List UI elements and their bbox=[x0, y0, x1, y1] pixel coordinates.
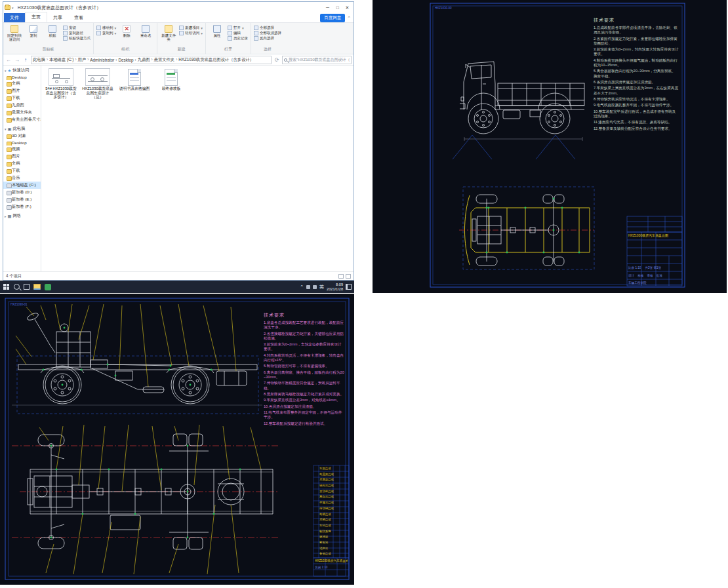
delete-button[interactable]: ✕ 删除 bbox=[118, 24, 135, 37]
cut-icon bbox=[63, 26, 68, 30]
open-button[interactable]: 打开▾ bbox=[228, 26, 248, 30]
title-block: HXZ1030载货汽车底盘总图 比例 1:10 共2张 第1张 设计 校核 审核… bbox=[628, 233, 681, 284]
file-item[interactable]: HXZ1030载货底盘总图车底设计（总） bbox=[81, 68, 115, 100]
parts-list-row: 传动轴总成 bbox=[319, 506, 346, 512]
file-item[interactable]: 最终修改版 bbox=[154, 68, 188, 100]
easy-access-button[interactable]: 轻松访问▾ bbox=[179, 31, 203, 35]
sidebar-item[interactable]: 文档 bbox=[3, 80, 41, 87]
breadcrumb-item[interactable]: 用户 bbox=[78, 57, 91, 63]
copy-button[interactable]: 复制 bbox=[25, 24, 42, 37]
up-button[interactable]: ↑ bbox=[22, 57, 29, 63]
copy-to-button[interactable]: 复制到▾ bbox=[96, 31, 116, 35]
select-all-button[interactable]: 全部选择 bbox=[254, 26, 281, 30]
titlebar[interactable]: ▾ HXZ1030载货底盘总图设计（含多设计） ─ □ ✕ bbox=[3, 2, 354, 13]
qat-chevron-icon[interactable]: ▾ bbox=[12, 6, 14, 10]
breadcrumb-item[interactable]: HXZ1030载货底盘总图设计（含多设计） bbox=[178, 57, 256, 63]
breadcrumb-item[interactable]: 此电脑 bbox=[33, 57, 49, 63]
edit-button[interactable]: 编辑 bbox=[228, 31, 248, 35]
minimize-button[interactable]: ─ bbox=[323, 3, 333, 12]
sidebar-drive-item[interactable]: 本地磁盘 (C:) bbox=[3, 182, 41, 189]
taskbar: ⌃ 英 8:09 2021/1/28 bbox=[0, 281, 354, 293]
ribbon-tabs: 文件 主页 共享 查看 百度网盘 ⌃ bbox=[3, 13, 354, 23]
group-label-clipboard: 剪贴板 bbox=[6, 46, 91, 54]
file-list[interactable]: 54# HXZ1030载货底盘总图设计（含多设计） HXZ1030载货底盘总图车… bbox=[41, 66, 354, 271]
breadcrumb[interactable]: 此电脑本地磁盘 (C:)用户AdministratorDesktop九鼎图悬置文… bbox=[31, 56, 272, 64]
sidebar-drive-item[interactable]: 新加卷 (E:) bbox=[3, 196, 41, 203]
breadcrumb-item[interactable]: 悬置文件夹 bbox=[154, 57, 179, 63]
search-input[interactable]: 搜索"HXZ1030载货底盘总图设计（含多…" bbox=[282, 56, 352, 64]
action-center-icon[interactable] bbox=[346, 284, 352, 290]
move-to-button[interactable]: 移动到▾ bbox=[96, 26, 116, 30]
invert-selection-button[interactable]: 反向选择 bbox=[254, 36, 281, 41]
sidebar-drive-item[interactable]: 新加卷 (F:) bbox=[3, 203, 41, 210]
thumbnail-view-icon[interactable] bbox=[346, 274, 351, 279]
sidebar-item[interactable]: 视频 bbox=[3, 146, 41, 153]
status-bar: 4 个项目 bbox=[3, 271, 354, 280]
breadcrumb-item[interactable]: 本地磁盘 (C:) bbox=[49, 57, 78, 63]
new-folder-button[interactable]: 新建文件夹 bbox=[160, 24, 177, 41]
breadcrumb-item[interactable]: 九鼎图 bbox=[138, 57, 154, 63]
quick-access-toolbar[interactable]: ▾ bbox=[5, 5, 14, 10]
field-design: 设计 bbox=[628, 274, 634, 277]
tab-file[interactable]: 文件 bbox=[4, 13, 25, 22]
sidebar-item[interactable]: 下载 bbox=[3, 94, 41, 102]
tab-home[interactable]: 主页 bbox=[25, 12, 47, 22]
navigation-pane[interactable]: ▾★快速访问 Desktop文档图片下载九鼎图悬置文件夹有关主图备尺寸表 ▾▣此… bbox=[3, 66, 41, 271]
drawing-number: HXZ1030-00 bbox=[435, 7, 452, 10]
close-button[interactable]: ✕ bbox=[342, 3, 352, 12]
sidebar-item[interactable]: 有关主图备尺寸表 bbox=[3, 116, 41, 123]
breadcrumb-item[interactable]: Desktop bbox=[118, 58, 137, 62]
start-button[interactable] bbox=[3, 284, 10, 290]
history-button[interactable]: 历史记录 bbox=[228, 36, 248, 41]
sidebar-item[interactable]: 九鼎图 bbox=[3, 102, 41, 109]
new-item-button[interactable]: 新建项目▾ bbox=[179, 26, 203, 30]
sidebar-item[interactable]: 图片 bbox=[3, 87, 41, 94]
sidebar-item[interactable]: 音乐 bbox=[3, 174, 41, 182]
paste-shortcut-button[interactable]: 粘贴快捷方式 bbox=[63, 36, 91, 41]
paste-button[interactable]: 粘贴 bbox=[44, 24, 61, 37]
properties-button[interactable]: 属性 bbox=[209, 24, 226, 37]
address-bar: ← → ↑ 此电脑本地磁盘 (C:)用户AdministratorDesktop… bbox=[3, 54, 354, 66]
ribbon-collapse-icon[interactable]: ⌃ bbox=[347, 16, 351, 21]
ribbon-group-clipboard: 固定到快速访问 复制 粘贴 剪切 复制路径 粘贴快捷方式 bbox=[3, 23, 94, 54]
cut-button[interactable]: 剪切 bbox=[63, 26, 91, 30]
task-view-icon[interactable] bbox=[24, 284, 30, 290]
cad-drawing-truck-ga: HXZ1030-00 技术要求 1.总成装配前各零部件必须清洗干净，去除毛刺、铁… bbox=[373, 0, 727, 293]
pin-to-quick-access-button[interactable]: 固定到快速访问 bbox=[6, 24, 23, 41]
ime-indicator[interactable]: 英 bbox=[319, 284, 324, 290]
note-line: 4.制动系统管路接头不得漏气漏油，制动踏板自由行程为10~15mm。 bbox=[594, 58, 679, 68]
select-none-button[interactable]: 全部取消选择 bbox=[254, 31, 281, 35]
cloud-upload-button[interactable]: 百度网盘 bbox=[320, 14, 345, 22]
tab-share[interactable]: 共享 bbox=[47, 13, 68, 22]
refresh-icon[interactable]: ⟳ bbox=[273, 57, 280, 63]
sidebar-item[interactable]: 图片 bbox=[3, 153, 41, 160]
taskbar-explorer-icon[interactable] bbox=[33, 284, 41, 290]
sidebar-quick-access[interactable]: ▾★快速访问 bbox=[3, 67, 41, 74]
copy-path-button[interactable]: 复制路径 bbox=[63, 31, 91, 35]
back-button[interactable]: ← bbox=[5, 57, 12, 63]
note-line: 10.各润滑点按规定加注润滑脂。 bbox=[264, 404, 345, 409]
clock[interactable]: 8:09 2021/1/28 bbox=[327, 283, 343, 290]
taskbar-app-icon[interactable] bbox=[45, 284, 51, 290]
sidebar-item[interactable]: Desktop bbox=[3, 74, 41, 80]
file-item[interactable]: 54# HXZ1030载货底盘总图设计（含多设计） bbox=[44, 68, 78, 100]
sidebar-item[interactable]: 下载 bbox=[3, 167, 41, 174]
sidebar-drive-item[interactable]: 新加卷 (D:) bbox=[3, 189, 41, 196]
sidebar-item[interactable]: 文档 bbox=[3, 160, 41, 167]
sidebar-this-pc[interactable]: ▾▣此电脑 bbox=[3, 125, 41, 132]
details-view-icon[interactable] bbox=[338, 274, 344, 279]
forward-button[interactable]: → bbox=[14, 57, 20, 63]
tray-volume-icon[interactable] bbox=[313, 285, 317, 289]
sidebar-item[interactable]: 悬置文件夹 bbox=[3, 109, 41, 116]
rename-button[interactable]: 重命名 bbox=[137, 24, 154, 37]
sidebar-item[interactable]: 3D 对象 bbox=[3, 132, 41, 140]
taskbar-search-icon[interactable] bbox=[14, 284, 20, 290]
breadcrumb-item[interactable]: Administrator bbox=[90, 58, 118, 62]
tab-view[interactable]: 查看 bbox=[68, 13, 89, 22]
maximize-button[interactable]: □ bbox=[333, 3, 342, 12]
tray-network-icon[interactable] bbox=[306, 285, 310, 289]
file-item[interactable]: 说明书及表格编图 bbox=[117, 68, 152, 100]
sidebar-network[interactable]: ▸▦网络 bbox=[3, 212, 41, 220]
sidebar-item[interactable]: Desktop bbox=[3, 140, 41, 146]
tray-expand-icon[interactable]: ⌃ bbox=[300, 284, 304, 290]
